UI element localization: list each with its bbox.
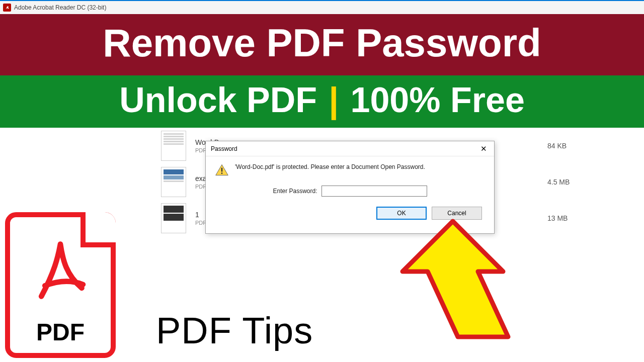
- pdf-tips-text: PDF Tips: [156, 309, 313, 352]
- close-icon[interactable]: ✕: [477, 143, 490, 154]
- banner-title-green: Unlock PDF | 100% Free: [0, 75, 644, 128]
- file-size: 4.5 MB: [547, 178, 570, 186]
- cancel-button[interactable]: Cancel: [432, 207, 482, 220]
- svg-rect-0: [221, 168, 222, 172]
- svg-rect-1: [221, 172, 222, 174]
- banner-green-right: 100% Free: [341, 80, 525, 120]
- app-icon: [3, 4, 11, 12]
- file-size: 84 KB: [547, 142, 567, 150]
- pdf-logo-big: PDF: [5, 212, 146, 358]
- banner-green-left: Unlock PDF: [119, 80, 327, 120]
- file-thumb-icon: [161, 203, 186, 233]
- password-input[interactable]: [321, 186, 427, 197]
- ok-button[interactable]: OK: [376, 207, 427, 220]
- banner-title-red: Remove PDF Password: [0, 14, 644, 75]
- file-thumb-icon: [161, 167, 186, 197]
- password-dialog: Password ✕ 'Word-Doc.pdf' is protected. …: [205, 141, 495, 234]
- password-label: Enter Password:: [273, 188, 317, 195]
- warning-icon: [215, 163, 229, 176]
- banner-separator: |: [329, 80, 339, 120]
- dialog-title: Password: [211, 145, 237, 152]
- app-title: Adobe Acrobat Reader DC (32-bit): [14, 4, 106, 11]
- acrobat-icon: [30, 239, 91, 305]
- pdf-label: PDF: [10, 318, 111, 346]
- window-titlebar: Adobe Acrobat Reader DC (32-bit): [0, 0, 644, 14]
- file-size: 13 MB: [547, 214, 568, 222]
- file-thumb-icon: [161, 131, 186, 161]
- dialog-message: 'Word-Doc.pdf' is protected. Please ente…: [235, 163, 425, 170]
